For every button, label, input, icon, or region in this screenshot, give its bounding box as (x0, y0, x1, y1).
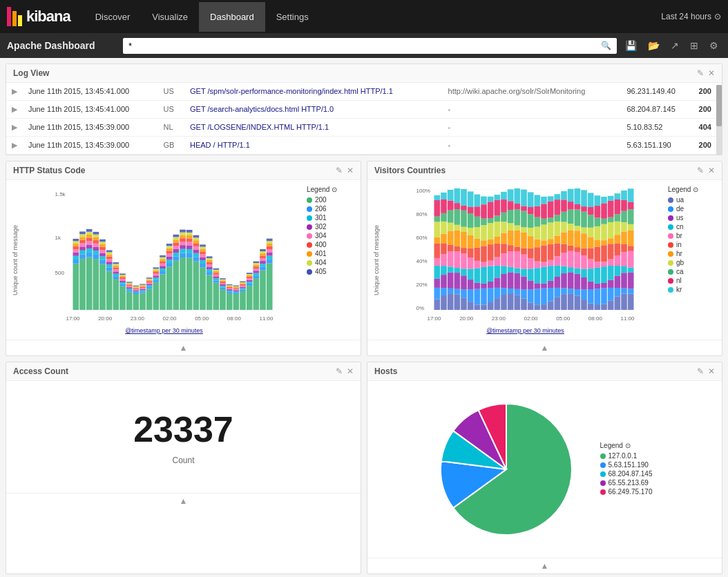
access-edit-icon[interactable]: ✎ (336, 366, 343, 376)
svg-rect-61 (113, 269, 119, 271)
log-expand-btn[interactable]: ▶ (6, 137, 23, 155)
http-collapse-button[interactable]: ▲ (6, 340, 361, 355)
svg-rect-21 (86, 257, 93, 310)
visitors-legend-item: us (668, 214, 716, 222)
svg-rect-538 (581, 255, 587, 269)
svg-rect-37 (93, 235, 99, 237)
svg-rect-361 (475, 268, 481, 283)
hosts-header: Hosts ✎ ✕ (367, 362, 722, 381)
svg-rect-33 (93, 247, 99, 251)
hosts-close-icon[interactable]: ✕ (708, 366, 715, 376)
svg-rect-165 (193, 261, 200, 310)
svg-rect-158 (186, 249, 193, 253)
svg-rect-267 (267, 253, 273, 256)
svg-rect-4 (73, 260, 79, 264)
log-expand-btn[interactable]: ▶ (6, 119, 23, 137)
nav-dashboard[interactable]: Dashboard (199, 2, 265, 32)
log-edit-icon[interactable]: ✎ (697, 68, 704, 78)
svg-rect-76 (126, 290, 133, 291)
svg-rect-22 (86, 253, 93, 257)
svg-rect-301 (434, 200, 441, 217)
log-scrollbar[interactable] (716, 85, 722, 155)
log-expand-btn[interactable]: ▶ (6, 101, 23, 119)
legend-label: 401 (315, 250, 327, 257)
svg-rect-146 (173, 235, 180, 237)
svg-rect-318 (448, 251, 454, 266)
svg-rect-467 (535, 195, 541, 206)
legend-color (307, 260, 312, 266)
svg-rect-107 (146, 281, 153, 282)
http-status-header: HTTP Status Code ✎ ✕ (6, 162, 361, 180)
log-country: NL (158, 119, 184, 137)
load-icon[interactable]: 📂 (645, 37, 662, 54)
hosts-collapse-button[interactable]: ▲ (367, 558, 722, 574)
svg-rect-592 (615, 266, 621, 276)
svg-rect-528 (575, 247, 581, 252)
svg-rect-393 (495, 277, 501, 287)
nav-right: Last 24 hours ⊙ (661, 12, 721, 21)
svg-rect-206 (220, 282, 226, 283)
time-filter[interactable]: Last 24 hours ⊙ (661, 12, 721, 21)
svg-rect-77 (126, 288, 133, 290)
nav-discover[interactable]: Discover (84, 2, 142, 32)
svg-rect-154 (180, 233, 186, 235)
svg-rect-331 (454, 230, 461, 246)
svg-rect-605 (621, 244, 627, 252)
svg-rect-159 (186, 245, 193, 249)
search-button[interactable]: 🔍 (601, 41, 611, 50)
embed-icon[interactable]: ⊞ (687, 37, 701, 54)
svg-rect-163 (186, 233, 193, 235)
log-close-icon[interactable]: ✕ (708, 68, 715, 78)
legend-color (668, 287, 673, 293)
legend-label: 301 (315, 214, 327, 222)
svg-rect-112 (153, 280, 160, 282)
svg-rect-238 (247, 284, 253, 286)
page-title: Apache Dashboard (7, 40, 117, 51)
settings-icon[interactable]: ⚙ (707, 37, 721, 54)
save-icon[interactable]: 💾 (622, 37, 640, 54)
access-close-icon[interactable]: ✕ (347, 366, 354, 376)
svg-rect-366 (475, 217, 481, 227)
svg-rect-367 (475, 206, 481, 216)
http-edit-icon[interactable]: ✎ (336, 166, 343, 175)
log-view-panel: Log View ✎ ✕ ▶ June 11th 2015, 13:45:41.… (6, 63, 722, 155)
svg-rect-555 (588, 193, 594, 207)
svg-rect-66 (119, 286, 126, 310)
svg-rect-486 (548, 222, 554, 239)
nav-visualize[interactable]: Visualize (141, 2, 199, 32)
share-icon[interactable]: ↗ (668, 37, 682, 54)
svg-rect-38 (93, 232, 99, 235)
svg-rect-187 (207, 264, 213, 266)
svg-rect-55 (106, 252, 113, 254)
svg-rect-380 (488, 302, 494, 310)
svg-rect-422 (508, 201, 514, 210)
svg-rect-311 (441, 213, 447, 222)
visitors-edit-icon[interactable]: ✎ (697, 166, 704, 175)
log-ip: 68.204.87.145 (621, 101, 693, 119)
svg-rect-463 (535, 239, 541, 248)
svg-rect-491 (555, 288, 561, 297)
svg-rect-490 (555, 297, 561, 310)
visitors-collapse-button[interactable]: ▲ (367, 340, 722, 355)
charts-row: HTTP Status Code ✎ ✕ Unique count of mes… (6, 161, 722, 356)
svg-rect-269 (267, 246, 273, 249)
svg-rect-60 (113, 271, 119, 273)
svg-rect-248 (253, 273, 260, 276)
svg-rect-350 (468, 269, 474, 280)
svg-rect-335 (454, 188, 461, 203)
svg-rect-357 (468, 191, 474, 206)
access-collapse-button[interactable]: ▲ (6, 493, 361, 509)
visitors-close-icon[interactable]: ✕ (708, 166, 715, 175)
http-close-icon[interactable]: ✕ (347, 166, 354, 175)
nav-settings[interactable]: Settings (265, 2, 320, 32)
svg-rect-377 (481, 219, 487, 226)
svg-rect-13 (79, 255, 86, 259)
svg-rect-52 (106, 259, 113, 262)
hosts-edit-icon[interactable]: ✎ (697, 366, 704, 376)
search-input[interactable] (128, 41, 597, 51)
log-expand-btn[interactable]: ▶ (6, 83, 23, 101)
svg-rect-12 (79, 259, 86, 310)
svg-rect-65 (113, 262, 119, 264)
svg-rect-130 (166, 263, 173, 266)
svg-rect-196 (213, 275, 220, 277)
